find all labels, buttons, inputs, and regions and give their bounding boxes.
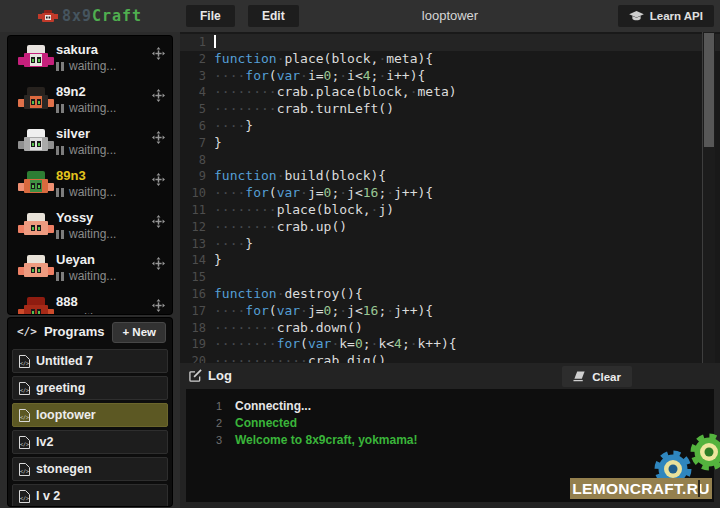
program-file-icon: </> (19, 436, 30, 449)
code-line: 14} (180, 252, 720, 269)
program-item-label: Untitled 7 (36, 354, 93, 368)
log-entry-number: 1 (186, 398, 235, 415)
editor-scrollbar[interactable] (702, 32, 715, 363)
crab-avatar-icon (18, 129, 54, 157)
line-number: 19 (180, 336, 214, 353)
code-line-text: } (214, 135, 720, 152)
program-item[interactable]: </>Untitled 7 (12, 349, 168, 373)
line-number: 5 (180, 101, 214, 118)
program-item[interactable]: </>greeting (12, 376, 168, 400)
program-item[interactable]: </>lv2 (12, 430, 168, 454)
code-line-text: function·build(block){ (214, 168, 720, 185)
pause-icon (56, 188, 64, 197)
player-status-label: waiting... (69, 311, 116, 314)
program-file-icon: </> (19, 382, 30, 395)
program-item[interactable]: </>stonegen (12, 457, 168, 481)
code-line-text (214, 152, 720, 169)
player-row[interactable]: 888waiting... (8, 290, 172, 314)
new-program-button[interactable]: + New (112, 322, 166, 343)
sidebar: sakurawaiting...89n2waiting...silverwait… (0, 32, 180, 508)
program-item-label: l v 2 (36, 489, 60, 503)
player-row[interactable]: 89n2waiting... (8, 80, 172, 122)
player-row[interactable]: 89n3waiting... (8, 164, 172, 206)
svg-text:</>: </> (20, 413, 29, 419)
gear-icon-green (687, 430, 720, 474)
player-row[interactable]: sakurawaiting... (8, 38, 172, 80)
pause-icon (56, 314, 64, 315)
watermark-text: LEMONCRAFT.RU (572, 480, 709, 498)
program-file-icon: </> (19, 490, 30, 503)
player-status: waiting... (56, 269, 116, 283)
code-line-text: ····} (214, 236, 720, 253)
code-line: 8 (180, 152, 720, 169)
code-line-text: ····} (214, 118, 720, 135)
player-status: waiting... (56, 101, 116, 115)
code-icon: </> (17, 325, 37, 338)
crab-avatar-icon (18, 213, 54, 241)
pause-icon (56, 230, 64, 239)
player-status: waiting... (56, 311, 116, 314)
program-item-label: stonegen (36, 462, 92, 476)
line-number: 7 (180, 135, 214, 152)
line-number: 9 (180, 168, 214, 185)
code-line-text: ········crab.down() (214, 320, 720, 337)
crab-logo-icon (38, 10, 58, 23)
line-number: 1 (180, 34, 214, 51)
top-bar: 8x9Craft File Edit looptower Learn API (0, 0, 720, 33)
log-entry-number: 2 (186, 415, 235, 432)
code-line: 13····} (180, 236, 720, 253)
line-number: 20 (180, 353, 214, 363)
player-name: 89n2 (56, 84, 86, 99)
code-line: 2function·place(block,·meta){ (180, 51, 720, 68)
player-name: Ueyan (56, 252, 95, 267)
player-row[interactable]: Ueyanwaiting... (8, 248, 172, 290)
player-status: waiting... (56, 227, 116, 241)
editor-scrollbar-thumb[interactable] (704, 33, 714, 147)
line-number: 15 (180, 269, 214, 286)
crab-avatar-icon (18, 45, 54, 73)
crab-avatar-icon (18, 297, 54, 314)
code-editor[interactable]: 12function·place(block,·meta){3····for(v… (180, 32, 720, 363)
move-player-icon[interactable] (152, 130, 165, 148)
move-player-icon[interactable] (152, 46, 165, 64)
log-entry-number: 3 (186, 432, 235, 449)
watermark-band: LEMONCRAFT.RU (570, 478, 712, 499)
clear-log-label: Clear (592, 371, 621, 383)
player-row[interactable]: silverwaiting... (8, 122, 172, 164)
player-name: 888 (56, 294, 78, 309)
move-player-icon[interactable] (152, 88, 165, 106)
player-status: waiting... (56, 185, 116, 199)
player-row[interactable]: Yossywaiting... (8, 206, 172, 248)
text-cursor (214, 35, 216, 48)
code-line-text: } (214, 252, 720, 269)
player-status-label: waiting... (69, 59, 116, 73)
code-line: 17····for(var·j=0;·j<16;·j++){ (180, 303, 720, 320)
line-number: 4 (180, 84, 214, 101)
log-entry: 1Connecting... (186, 398, 714, 415)
program-item[interactable]: </>looptower (12, 403, 168, 427)
move-player-icon[interactable] (152, 172, 165, 190)
eraser-icon (573, 371, 586, 382)
player-status: waiting... (56, 59, 116, 73)
svg-text:</>: </> (20, 494, 29, 500)
line-number: 6 (180, 118, 214, 135)
svg-text:</>: </> (20, 467, 29, 473)
move-player-icon[interactable] (152, 214, 165, 232)
clear-log-button[interactable]: Clear (562, 366, 632, 387)
line-number: 17 (180, 303, 214, 320)
player-status-label: waiting... (69, 185, 116, 199)
code-line-text: ········place(block,·j) (214, 202, 720, 219)
graduation-cap-icon (629, 11, 644, 22)
code-line-text: ············crab.dig() (214, 353, 720, 363)
code-line-text (214, 34, 720, 51)
move-player-icon[interactable] (152, 298, 165, 314)
program-item[interactable]: </>l v 2 (12, 484, 168, 506)
move-player-icon[interactable] (152, 256, 165, 274)
watermark-mark (698, 480, 700, 497)
line-number: 14 (180, 252, 214, 269)
edit-note-icon (189, 369, 202, 382)
code-line: 10····for(var·j=0;·j<16;·j++){ (180, 185, 720, 202)
learn-api-button[interactable]: Learn API (618, 5, 714, 27)
code-line: 20············crab.dig() (180, 353, 720, 363)
player-status-label: waiting... (69, 143, 116, 157)
